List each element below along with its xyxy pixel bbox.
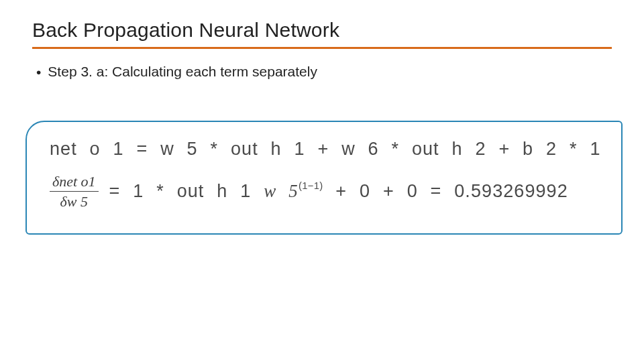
fraction-bar xyxy=(50,191,99,192)
bullet-text: Step 3. a: Calculating each term separat… xyxy=(48,64,317,80)
equation-line-2: δnet o1 δw 5 = 1 * out h 1 w 5(1−1) + 0 … xyxy=(50,174,605,209)
bullet-item: • Step 3. a: Calculating each term separ… xyxy=(36,64,612,80)
equation-line-1: net o 1 = w 5 * out h 1 + w 6 * out h 2 … xyxy=(50,137,605,161)
rhs-suffix: + 0 + 0 = 0.593269992 xyxy=(323,181,568,201)
page-title: Back Propagation Neural Network xyxy=(32,19,612,42)
variable-w5: w 5 xyxy=(264,181,299,201)
fraction-numerator: δnet o1 xyxy=(50,174,99,189)
fraction-denominator: δw 5 xyxy=(58,194,91,209)
fraction: δnet o1 δw 5 xyxy=(50,174,99,209)
equation-rhs: = 1 * out h 1 w 5(1−1) + 0 + 0 = 0.59326… xyxy=(109,179,568,203)
slide: Back Propagation Neural Network • Step 3… xyxy=(0,0,644,362)
title-underline xyxy=(32,47,612,49)
bullet-dot-icon: • xyxy=(36,64,41,80)
rhs-prefix: = 1 * out h 1 xyxy=(109,181,264,201)
equation-box: net o 1 = w 5 * out h 1 + w 6 * out h 2 … xyxy=(25,121,623,235)
exponent: (1−1) xyxy=(299,180,323,191)
